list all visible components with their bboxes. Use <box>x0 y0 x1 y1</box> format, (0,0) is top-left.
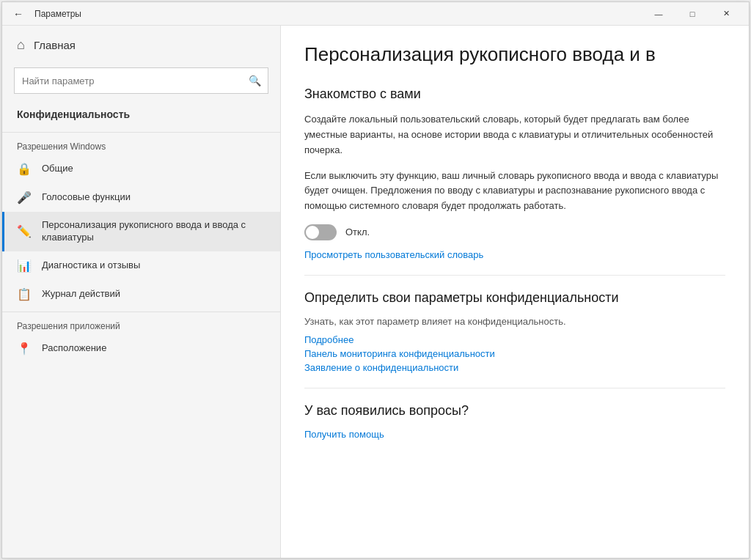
sidebar-item-voice[interactable]: 🎤 Голосовые функции <box>2 183 280 212</box>
section2-subtitle: Узнать, как этот параметр влияет на конф… <box>304 316 725 327</box>
sidebar-item-label-diagnostics: Диагностика и отзывы <box>42 259 140 272</box>
window: ← Параметры — □ ✕ ⌂ Главная 🔍 Конфиденци… <box>1 1 750 559</box>
sidebar-category-title: Конфиденциальность <box>2 103 280 129</box>
sidebar-item-label-activity: Журнал действий <box>42 288 120 301</box>
sidebar-item-label-general: Общие <box>42 163 73 175</box>
section1-paragraph1: Создайте локальный пользовательский слов… <box>304 112 725 158</box>
link-dashboard[interactable]: Панель мониторинга конфиденциальности <box>304 348 725 359</box>
sidebar-item-handwriting[interactable]: ✏️ Персонализация рукописного ввода и вв… <box>2 212 280 251</box>
sidebar-section-label-1: Разрешения Windows <box>2 136 280 155</box>
sidebar-home-label: Главная <box>34 39 76 51</box>
sidebar-item-general[interactable]: 🔒 Общие <box>2 155 280 183</box>
sidebar-item-activity[interactable]: 📋 Журнал действий <box>2 280 280 309</box>
section3-title: У вас появились вопросы? <box>304 403 725 419</box>
search-icon: 🔍 <box>249 75 261 86</box>
pen-icon: ✏️ <box>17 224 32 238</box>
sidebar-item-diagnostics[interactable]: 📊 Диагностика и отзывы <box>2 251 280 280</box>
sidebar-item-location[interactable]: 📍 Расположение <box>2 334 280 363</box>
titlebar-title: Параметры <box>29 9 642 19</box>
sidebar-divider-1 <box>2 132 280 133</box>
content-area: ⌂ Главная 🔍 Конфиденциальность Разрешени… <box>2 26 749 558</box>
minimize-button[interactable]: — <box>642 2 675 26</box>
section-divider-2 <box>304 388 725 388</box>
close-button[interactable]: ✕ <box>709 2 743 26</box>
sidebar-home-button[interactable]: ⌂ Главная <box>2 26 280 65</box>
sidebar-divider-2 <box>2 312 280 312</box>
chart-icon: 📊 <box>17 259 32 273</box>
section-divider-1 <box>304 275 725 276</box>
back-button[interactable]: ← <box>8 4 29 24</box>
section1-title: Знакомство с вами <box>304 86 725 102</box>
sidebar-section-label-2: Разрешения приложений <box>2 315 280 334</box>
view-dictionary-link[interactable]: Просмотреть пользовательский словарь <box>304 249 725 260</box>
titlebar-controls: — □ ✕ <box>642 2 743 26</box>
mic-icon: 🎤 <box>17 191 32 205</box>
location-icon: 📍 <box>17 342 32 355</box>
titlebar: ← Параметры — □ ✕ <box>2 2 749 26</box>
sidebar-item-label-location: Расположение <box>42 342 106 355</box>
link-statement[interactable]: Заявление о конфиденциальности <box>304 362 725 373</box>
sidebar-item-label-voice: Голосовые функции <box>42 191 131 204</box>
sidebar-item-label-handwriting: Персонализация рукописного ввода и ввода… <box>42 219 265 244</box>
toggle-label: Откл. <box>345 226 370 237</box>
link-details[interactable]: Подробнее <box>304 334 725 345</box>
maximize-button[interactable]: □ <box>675 2 709 26</box>
section2-title: Определить свои параметры конфиденциальн… <box>304 290 725 306</box>
home-icon: ⌂ <box>17 37 25 53</box>
toggle-switch[interactable] <box>304 224 337 240</box>
lock-icon: 🔒 <box>17 162 32 176</box>
main-content: Персонализация рукописного ввода и в Зна… <box>281 26 749 558</box>
search-input[interactable] <box>14 67 268 94</box>
toggle-row: Откл. <box>304 224 725 240</box>
clipboard-icon: 📋 <box>17 287 32 301</box>
page-title: Персонализация рукописного ввода и в <box>304 43 725 66</box>
toggle-thumb <box>306 226 319 239</box>
link-help[interactable]: Получить помощь <box>304 429 725 440</box>
sidebar: ⌂ Главная 🔍 Конфиденциальность Разрешени… <box>2 26 281 558</box>
section1-paragraph2: Если выключить эту функцию, ваш личный с… <box>304 169 725 214</box>
sidebar-search-container: 🔍 <box>14 67 268 94</box>
